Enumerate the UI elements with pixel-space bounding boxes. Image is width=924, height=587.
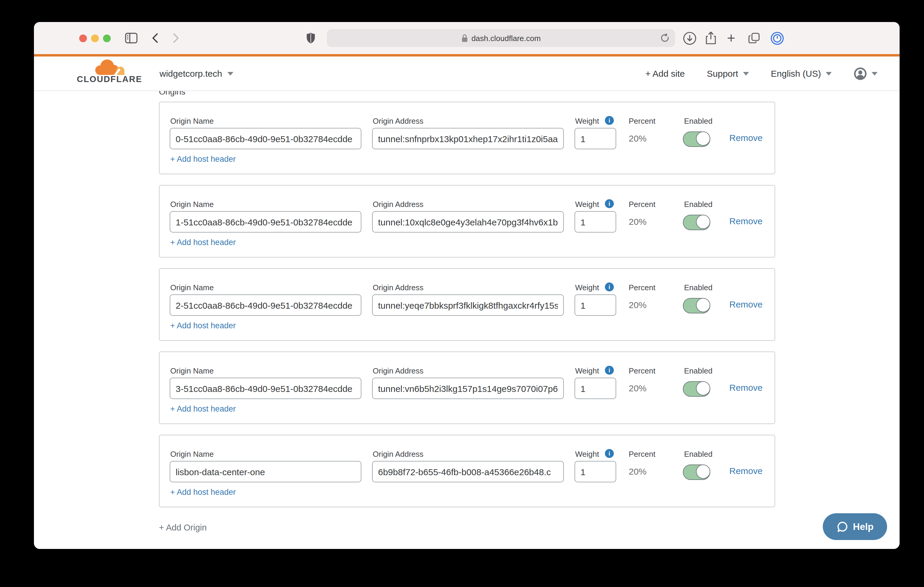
info-icon[interactable]: i xyxy=(605,449,614,458)
origin-card: Origin Name Origin Address Weight i Perc… xyxy=(159,268,775,341)
percent-value: 20% xyxy=(629,383,647,393)
origin-address-input[interactable] xyxy=(372,211,564,233)
account-menu-button[interactable] xyxy=(854,67,878,80)
origin-address-input[interactable] xyxy=(372,294,564,316)
screen: dash.cloudflare.com xyxy=(0,0,924,587)
forward-button[interactable] xyxy=(173,22,179,54)
chevron-down-icon xyxy=(743,72,749,75)
add-site-label: + Add site xyxy=(645,68,685,79)
enabled-toggle[interactable] xyxy=(683,132,710,147)
toggle-knob xyxy=(696,464,710,478)
language-menu[interactable]: English (US) xyxy=(771,68,832,79)
zone-selector[interactable]: widgetcorp.tech xyxy=(160,56,233,90)
add-host-header-link[interactable]: + Add host header xyxy=(170,238,236,247)
info-icon[interactable]: i xyxy=(605,116,614,125)
weight-input[interactable] xyxy=(574,294,616,316)
add-site-button[interactable]: + Add site xyxy=(645,68,685,79)
add-host-header-link[interactable]: + Add host header xyxy=(170,404,236,413)
address-bar[interactable]: dash.cloudflare.com xyxy=(327,29,675,47)
user-avatar-icon xyxy=(854,67,867,80)
help-button-label: Help xyxy=(853,521,873,532)
origin-name-input[interactable] xyxy=(170,461,361,482)
weight-input[interactable] xyxy=(574,461,616,482)
lock-icon xyxy=(461,34,468,42)
privacy-shield-button[interactable] xyxy=(306,22,315,54)
origin-card: Origin Name Origin Address Weight i Perc… xyxy=(159,435,775,507)
origin-name-label: Origin Name xyxy=(170,367,214,375)
origin-name-input[interactable] xyxy=(170,294,361,316)
page-content: Origins Origin Name Origin Address Weigh… xyxy=(34,56,899,549)
new-tab-button[interactable]: + xyxy=(727,22,735,54)
enabled-toggle[interactable] xyxy=(683,464,710,480)
weight-input[interactable] xyxy=(574,211,616,233)
dashboard-header: CLOUDFLARE widgetcorp.tech + Add site Su… xyxy=(34,56,899,91)
weight-input[interactable] xyxy=(574,128,616,149)
remove-button[interactable]: Remove xyxy=(729,299,763,309)
remove-button[interactable]: Remove xyxy=(729,382,763,393)
percent-value: 20% xyxy=(629,133,647,143)
enabled-label: Enabled xyxy=(684,450,712,459)
close-window-button[interactable] xyxy=(79,34,87,42)
origin-address-input[interactable] xyxy=(372,461,564,482)
add-host-header-link[interactable]: + Add host header xyxy=(170,488,236,497)
origin-address-input[interactable] xyxy=(372,378,564,399)
add-origin-link[interactable]: + Add Origin xyxy=(159,523,206,532)
percent-value: 20% xyxy=(629,217,647,227)
browser-toolbar: dash.cloudflare.com xyxy=(34,22,899,54)
percent-label: Percent xyxy=(629,200,655,209)
percent-label: Percent xyxy=(629,283,655,292)
remove-button[interactable]: Remove xyxy=(729,216,763,226)
percent-value: 20% xyxy=(629,300,647,310)
header-actions: + Add site Support English (US) xyxy=(645,56,878,90)
weight-label: Weight xyxy=(575,367,599,375)
sidebar-icon xyxy=(125,33,137,43)
chat-bubble-icon xyxy=(836,521,848,533)
info-icon[interactable]: i xyxy=(605,366,614,375)
origin-address-input[interactable] xyxy=(372,128,564,149)
minimize-window-button[interactable] xyxy=(91,34,99,42)
origin-name-input[interactable] xyxy=(170,128,361,149)
enabled-toggle[interactable] xyxy=(683,298,710,313)
zone-name: widgetcorp.tech xyxy=(160,68,222,79)
toggle-knob xyxy=(696,298,710,312)
origin-name-label: Origin Name xyxy=(170,283,214,292)
help-button[interactable]: Help xyxy=(823,513,887,540)
support-menu[interactable]: Support xyxy=(707,68,749,79)
origin-name-input[interactable] xyxy=(170,378,361,399)
shield-icon xyxy=(306,32,315,44)
info-icon[interactable]: i xyxy=(605,199,614,208)
add-host-header-link[interactable]: + Add host header xyxy=(170,321,236,330)
enabled-toggle[interactable] xyxy=(683,381,710,397)
share-button[interactable] xyxy=(705,22,717,54)
sidebar-toggle-button[interactable] xyxy=(125,22,137,54)
tab-overview-button[interactable] xyxy=(748,22,761,54)
tabs-icon xyxy=(748,31,761,44)
language-label: English (US) xyxy=(771,68,821,79)
url-text: dash.cloudflare.com xyxy=(472,34,541,43)
info-icon[interactable]: i xyxy=(605,283,614,291)
onepassword-extension-button[interactable] xyxy=(771,22,784,54)
cloudflare-logo[interactable]: CLOUDFLARE xyxy=(77,59,140,84)
enabled-label: Enabled xyxy=(684,367,712,375)
enabled-toggle[interactable] xyxy=(683,215,710,230)
add-host-header-link[interactable]: + Add host header xyxy=(170,155,236,164)
zoom-window-button[interactable] xyxy=(103,34,111,42)
origin-address-label: Origin Address xyxy=(373,367,424,375)
origin-name-input[interactable] xyxy=(170,211,361,233)
chevron-down-icon xyxy=(871,72,878,75)
back-button[interactable] xyxy=(152,22,158,54)
chevron-left-icon xyxy=(152,33,158,43)
downloads-button[interactable] xyxy=(683,22,696,54)
reload-icon xyxy=(660,33,670,43)
origin-address-label: Origin Address xyxy=(373,283,424,292)
reload-button[interactable] xyxy=(660,33,670,43)
toggle-knob xyxy=(696,214,710,229)
weight-input[interactable] xyxy=(574,378,616,399)
chevron-down-icon xyxy=(228,72,233,75)
remove-button[interactable]: Remove xyxy=(729,466,763,476)
origin-address-label: Origin Address xyxy=(373,450,424,459)
remove-button[interactable]: Remove xyxy=(729,133,763,143)
origin-name-label: Origin Name xyxy=(170,200,214,209)
download-icon xyxy=(683,31,696,45)
percent-label: Percent xyxy=(629,450,655,459)
